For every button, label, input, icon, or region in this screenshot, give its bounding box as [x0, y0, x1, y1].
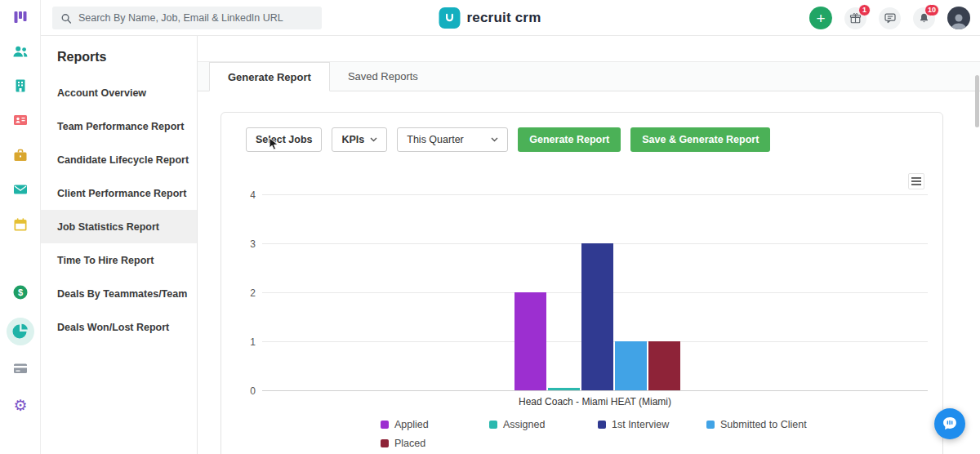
select-jobs-button[interactable]: Select Jobs	[246, 127, 322, 152]
legend-item-placed[interactable]: Placed	[381, 438, 489, 449]
chart-context-menu-icon[interactable]	[908, 173, 924, 189]
deals-icon[interactable]: $	[12, 284, 29, 300]
app-window: recruit crm + 1	[0, 0, 980, 454]
bar-placed[interactable]	[648, 341, 680, 390]
legend-item-assigned[interactable]: Assigned	[489, 419, 598, 430]
period-dropdown[interactable]: This Quarter	[397, 127, 508, 152]
chart-legend: AppliedAssigned1st InterviewSubmitted to…	[381, 419, 822, 449]
save-generate-report-button[interactable]: Save & Generate Report	[630, 127, 770, 152]
person-icon	[949, 11, 969, 29]
settings-icon[interactable]: ⚙	[12, 397, 29, 413]
chevron-down-icon	[370, 137, 377, 142]
legend-label: Assigned	[503, 419, 545, 430]
tab-generate-report[interactable]: Generate Report	[209, 62, 330, 91]
notifications-button[interactable]: 10	[913, 7, 935, 29]
legend-swatch	[381, 439, 389, 447]
report-controls: Select Jobs KPIs This Quarter Generate R…	[246, 127, 770, 152]
chart-category-label: Head Coach - Miami HEAT (Miami)	[262, 396, 928, 407]
messages-button[interactable]	[879, 7, 901, 29]
sidebar-item-account-overview[interactable]: Account Overview	[41, 76, 197, 109]
search-icon	[60, 12, 72, 24]
bar-submitted-to-client[interactable]	[615, 341, 647, 390]
chat-launcher[interactable]	[934, 408, 965, 439]
period-label: This Quarter	[407, 134, 463, 145]
notifications-badge: 10	[924, 4, 939, 16]
sidebar-item-team-performance[interactable]: Team Performance Report	[41, 109, 197, 143]
chat-bubble-icon	[942, 416, 958, 432]
modules-icon[interactable]	[12, 9, 29, 25]
sidebar-item-job-statistics[interactable]: Job Statistics Report	[41, 210, 197, 243]
svg-text:$: $	[18, 287, 23, 297]
kpis-label: KPIs	[341, 134, 364, 145]
y-axis-tick: 1	[233, 336, 256, 348]
legend-swatch	[598, 421, 606, 429]
legend-label: Applied	[394, 419, 429, 430]
bar-1st-interview[interactable]	[581, 243, 613, 390]
app-logo: recruit crm	[439, 0, 541, 36]
companies-icon[interactable]	[12, 78, 29, 94]
sidebar-item-client-performance[interactable]: Client Performance Report	[41, 176, 197, 210]
sidebar-item-candidate-lifecycle[interactable]: Candidate Lifecycle Report	[41, 143, 197, 176]
legend-item-submitted-to-client[interactable]: Submitted to Client	[706, 419, 815, 430]
report-card: Select Jobs KPIs This Quarter Generate R…	[220, 112, 943, 454]
calendar-icon[interactable]	[12, 216, 29, 233]
topbar-actions: + 1	[809, 0, 970, 36]
sidebar-menu: Account Overview Team Performance Report…	[41, 76, 197, 344]
reports-sidebar: Reports Account Overview Team Performanc…	[41, 36, 198, 454]
legend-swatch	[706, 421, 715, 429]
sidebar-title: Reports	[57, 50, 197, 65]
rewards-button[interactable]: 1	[844, 7, 866, 29]
legend-label: Placed	[394, 438, 425, 449]
candidates-icon[interactable]	[12, 43, 29, 60]
select-jobs-label: Select Jobs	[256, 134, 312, 145]
search-input[interactable]	[78, 12, 314, 24]
tab-saved-reports[interactable]: Saved Reports	[330, 62, 436, 91]
legend-swatch	[381, 421, 389, 429]
sidebar-item-time-to-hire[interactable]: Time To Hire Report	[41, 243, 197, 277]
main-content: Generate Report Saved Reports Select Job…	[198, 36, 980, 454]
quick-add-button[interactable]: +	[809, 7, 832, 29]
bar-assigned[interactable]	[548, 388, 580, 390]
app-rail: $ ⚙	[0, 0, 41, 454]
app-logo-text: recruit crm	[466, 10, 541, 26]
chevron-down-icon	[491, 137, 498, 142]
bar-applied[interactable]	[514, 292, 546, 390]
billing-icon[interactable]	[12, 360, 29, 376]
report-tabs: Generate Report Saved Reports	[198, 61, 980, 91]
y-axis-tick: 0	[233, 385, 256, 397]
recruit-crm-logo-icon	[439, 7, 460, 29]
contacts-icon[interactable]	[12, 112, 29, 128]
sidebar-item-deals-won-lost[interactable]: Deals Won/Lost Report	[41, 310, 197, 344]
legend-swatch	[489, 421, 497, 429]
user-avatar[interactable]	[947, 7, 970, 29]
legend-label: Submitted to Client	[720, 419, 807, 430]
legend-item-1st-interview[interactable]: 1st Interview	[598, 419, 706, 430]
jobs-icon[interactable]	[12, 147, 29, 163]
gift-badge: 1	[858, 4, 871, 16]
global-search[interactable]	[52, 7, 322, 29]
legend-item-applied[interactable]: Applied	[381, 419, 489, 430]
y-axis-tick: 4	[233, 189, 256, 201]
topbar: recruit crm + 1	[0, 0, 980, 36]
reports-icon[interactable]	[7, 318, 34, 345]
gridline	[262, 194, 928, 195]
gridline	[262, 390, 928, 391]
kpis-dropdown[interactable]: KPIs	[332, 127, 387, 152]
y-axis-tick: 2	[233, 287, 256, 299]
generate-report-button[interactable]: Generate Report	[518, 127, 621, 152]
chart-plot: 01234	[262, 195, 928, 391]
y-axis-tick: 3	[233, 238, 256, 250]
emails-icon[interactable]	[12, 181, 29, 198]
sidebar-item-deals-by-teammates[interactable]: Deals By Teammates/Team	[41, 277, 197, 310]
message-icon	[884, 11, 897, 24]
vertical-scrollbar[interactable]	[975, 75, 979, 127]
legend-label: 1st Interview	[612, 419, 669, 430]
